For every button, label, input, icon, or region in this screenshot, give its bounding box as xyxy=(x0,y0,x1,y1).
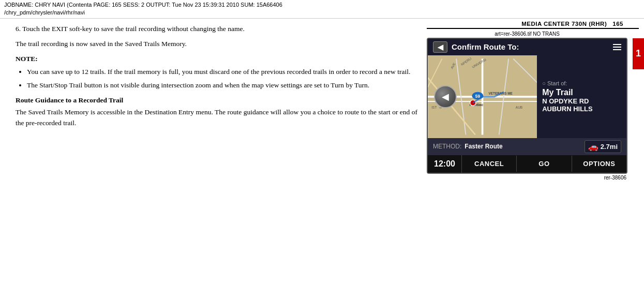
nav-title-text: Confirm Route To: xyxy=(452,42,519,51)
route-guidance-heading: Route Guidance to a Recorded Trail xyxy=(16,95,417,106)
list-item: You can save up to 12 trails. If the tra… xyxy=(27,67,417,78)
method-label: METHOD: xyxy=(433,143,461,150)
list-item: The Start/Stop Trail button is not visib… xyxy=(27,80,417,91)
page-header-title: MEDIA CENTER 730N (RHR) 165 xyxy=(521,21,623,27)
nav-street: N OPDYKE RD xyxy=(542,97,621,105)
jobname-line1: JOBNAME: CHRY NAVI (Contenta PAGE: 165 S… xyxy=(4,1,640,9)
svg-text:AUB: AUB xyxy=(516,106,522,109)
svg-text:IST: IST xyxy=(431,106,437,109)
left-column: 6. Touch the EXIT soft-key to save the t… xyxy=(0,19,427,299)
nav-title-bar: ◀ Confirm Route To: xyxy=(428,39,626,55)
top-metadata: JOBNAME: CHRY NAVI (Contenta PAGE: 165 S… xyxy=(0,0,644,19)
nav-map: 59 VETERANS ME LAKE R Pontiac AUB IST UN… xyxy=(428,55,537,138)
method-value: Faster Route xyxy=(465,143,502,150)
nav-menu-icon[interactable] xyxy=(613,44,621,50)
nav-joystick[interactable] xyxy=(434,85,457,108)
trail-saved-text: The trail recording is now saved in the … xyxy=(16,39,417,50)
nav-info-panel: ○ Start of: My Trail N OPDYKE RD AUBURN … xyxy=(537,55,626,138)
route-guidance-body: The Saved Trails Memory is accessible in… xyxy=(16,107,417,129)
nav-city: AUBURN HILLS xyxy=(542,105,621,113)
nav-trail-name: My Trail xyxy=(542,87,621,97)
bullet-list: You can save up to 12 trails. If the tra… xyxy=(27,67,417,92)
distance-value: 2.7mi xyxy=(601,143,618,151)
nav-action-bar: 12:00 CANCEL GO OPTIONS xyxy=(428,155,626,173)
art-line: art=rer-38606.tif NO TRANS xyxy=(427,31,639,37)
step-6-text: 6. Touch the EXIT soft-key to save the t… xyxy=(16,24,417,35)
page-header: MEDIA CENTER 730N (RHR) 165 xyxy=(427,19,639,29)
cancel-button[interactable]: CANCEL xyxy=(462,156,517,172)
note-title: NOTE: xyxy=(16,54,417,65)
distance-badge: 🚗 2.7mi xyxy=(585,140,621,153)
right-column: MEDIA CENTER 730N (RHR) 165 art=rer-3860… xyxy=(427,19,644,299)
nav-info-header: ○ Start of: xyxy=(542,80,621,86)
nav-ref: rer-38606 xyxy=(427,175,639,181)
nav-time: 12:00 xyxy=(428,155,462,173)
nav-unit: ◀ Confirm Route To: xyxy=(427,38,627,174)
go-button[interactable]: GO xyxy=(517,156,572,172)
red-chapter-tab: 1 xyxy=(633,38,644,69)
jobname-line2: /chry_pdm/chrysler/navi/rhr/navi xyxy=(4,9,640,17)
nav-method-bar: METHOD: Faster Route 🚗 2.7mi xyxy=(428,138,626,155)
options-button[interactable]: OPTIONS xyxy=(572,156,626,172)
nav-map-info-area: 59 VETERANS ME LAKE R Pontiac AUB IST UN… xyxy=(428,55,626,138)
nav-back-button[interactable]: ◀ xyxy=(433,41,447,53)
distance-icon: 🚗 xyxy=(588,142,598,152)
